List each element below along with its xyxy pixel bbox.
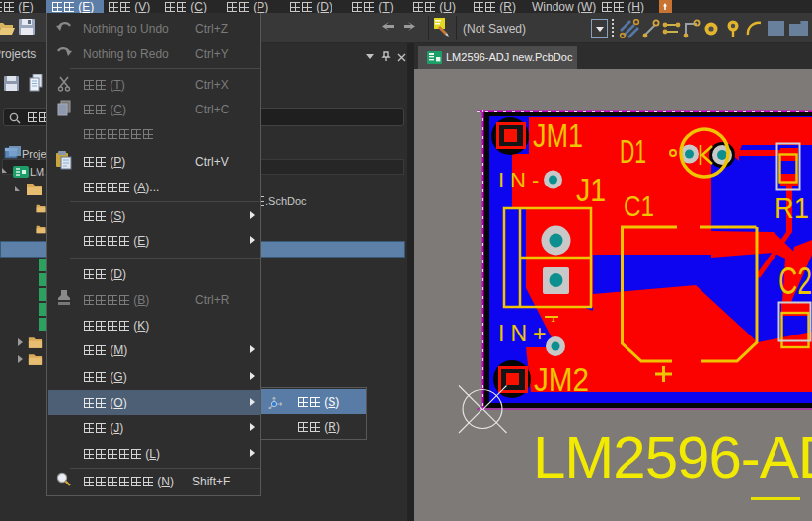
svg-text:LM2596-AD: LM2596-AD [533,424,812,490]
svg-text:C1: C1 [624,189,654,223]
svg-text:1: 1 [551,314,555,324]
svg-text:IN+: IN+ [498,321,552,346]
svg-text:IN-: IN- [498,168,545,192]
svg-text:J1: J1 [576,172,606,209]
svg-text:D1: D1 [620,133,646,170]
svg-text:JM1: JM1 [533,117,583,153]
svg-text:JM2: JM2 [534,362,589,399]
svg-text:R1: R1 [775,191,809,224]
svg-text:C2: C2 [778,260,812,302]
